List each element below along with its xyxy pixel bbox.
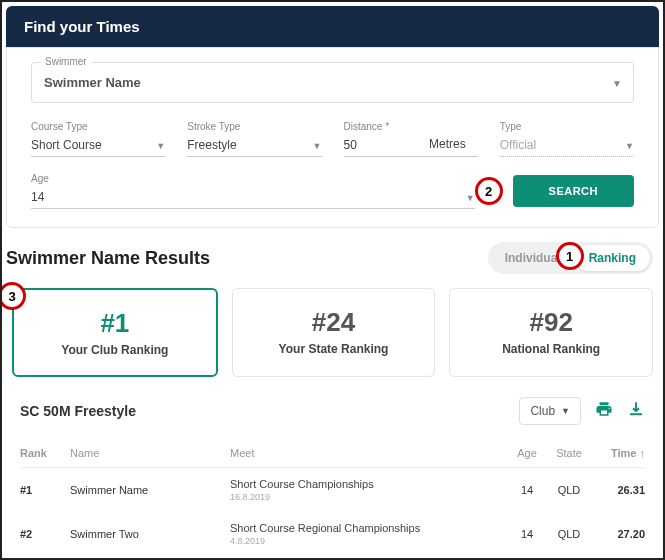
- scope-value: Club: [530, 404, 555, 418]
- cell-age: 14: [509, 528, 545, 540]
- swimmer-input[interactable]: Swimmer Name: [31, 62, 634, 103]
- national-rank-label: National Ranking: [458, 342, 644, 356]
- print-icon[interactable]: [595, 400, 613, 422]
- callout-1: 1: [556, 242, 584, 270]
- filter-row-1: Course Type Short Course ▼ Stroke Type F…: [31, 121, 634, 157]
- filter-row-2: Age 14 ▼ 2 SEARCH: [31, 173, 634, 209]
- cell-rank: #2: [20, 528, 70, 540]
- chevron-down-icon: ▼: [625, 141, 634, 151]
- col-meet[interactable]: Meet: [230, 447, 509, 459]
- state-rank-number: #24: [241, 307, 427, 338]
- stroke-type-value: Freestyle: [187, 134, 321, 157]
- chevron-down-icon: ▼: [466, 193, 475, 203]
- cell-time: 27.20: [593, 528, 645, 540]
- distance-label: Distance *: [344, 121, 478, 132]
- table-title: SC 50M Freestyle: [20, 403, 136, 419]
- type-select[interactable]: Type Official ▼: [500, 121, 634, 157]
- col-time[interactable]: Time ↑: [593, 447, 645, 459]
- col-age[interactable]: Age: [509, 447, 545, 459]
- table-actions: Club ▼: [519, 397, 645, 425]
- download-icon[interactable]: [627, 400, 645, 422]
- search-button[interactable]: SEARCH: [513, 175, 634, 207]
- course-type-select[interactable]: Course Type Short Course ▼: [31, 121, 165, 157]
- cell-name: Swimmer Name: [70, 484, 230, 496]
- table-section: SC 50M Freestyle Club ▼ Rank Name Meet A…: [2, 397, 663, 556]
- age-label: Age: [31, 173, 475, 184]
- header-title: Find your Times: [24, 18, 140, 35]
- cell-time: 26.31: [593, 484, 645, 496]
- cell-rank: #1: [20, 484, 70, 496]
- ranking-cards: 3 #1 Your Club Ranking #24 Your State Ra…: [2, 288, 663, 377]
- club-ranking-card[interactable]: #1 Your Club Ranking: [12, 288, 218, 377]
- club-rank-number: #1: [22, 308, 208, 339]
- page-header: Find your Times: [6, 6, 659, 47]
- col-name[interactable]: Name: [70, 447, 230, 459]
- age-value: 14: [31, 186, 475, 209]
- national-ranking-card[interactable]: #92 National Ranking: [449, 288, 653, 377]
- distance-input[interactable]: Distance * 50 Metres: [344, 121, 478, 157]
- meet-name: Short Course Regional Championships: [230, 522, 509, 534]
- view-toggle[interactable]: Individual 1 Ranking: [488, 242, 653, 274]
- table-header: SC 50M Freestyle Club ▼: [20, 397, 645, 425]
- search-side: 2 SEARCH: [475, 175, 634, 207]
- chevron-down-icon: ▼: [156, 141, 165, 151]
- results-header: Swimmer Name Results Individual 1 Rankin…: [2, 242, 663, 274]
- callout-2: 2: [475, 177, 503, 205]
- cell-meet: Short Course Regional Championships 4.8.…: [230, 522, 509, 546]
- type-value: Official: [500, 134, 634, 157]
- col-state[interactable]: State: [545, 447, 593, 459]
- search-card: Swimmer Swimmer Name ▼ Course Type Short…: [6, 47, 659, 228]
- cell-name: Swimmer Two: [70, 528, 230, 540]
- cell-age: 14: [509, 484, 545, 496]
- distance-unit: Metres: [429, 137, 466, 151]
- chevron-down-icon: ▼: [313, 141, 322, 151]
- state-ranking-card[interactable]: #24 Your State Ranking: [232, 288, 436, 377]
- results-title: Swimmer Name Results: [6, 248, 210, 269]
- stroke-type-label: Stroke Type: [187, 121, 321, 132]
- stroke-type-select[interactable]: Stroke Type Freestyle ▼: [187, 121, 321, 157]
- meet-name: Short Course Championships: [230, 478, 509, 490]
- age-select[interactable]: Age 14 ▼: [31, 173, 475, 209]
- scope-select[interactable]: Club ▼: [519, 397, 581, 425]
- course-type-label: Course Type: [31, 121, 165, 132]
- table-row: #1 Swimmer Name Short Course Championshi…: [20, 468, 645, 512]
- chevron-down-icon: ▼: [561, 406, 570, 416]
- cell-state: QLD: [545, 484, 593, 496]
- table-head-row: Rank Name Meet Age State Time ↑: [20, 439, 645, 468]
- type-label: Type: [500, 121, 634, 132]
- cell-state: QLD: [545, 528, 593, 540]
- meet-date: 16.8.2019: [230, 492, 509, 502]
- col-rank[interactable]: Rank: [20, 447, 70, 459]
- cell-meet: Short Course Championships 16.8.2019: [230, 478, 509, 502]
- results-table: Rank Name Meet Age State Time ↑ #1 Swimm…: [20, 439, 645, 556]
- meet-date: 4.8.2019: [230, 536, 509, 546]
- swimmer-field[interactable]: Swimmer Swimmer Name ▼: [31, 62, 634, 103]
- table-row: #2 Swimmer Two Short Course Regional Cha…: [20, 512, 645, 556]
- course-type-value: Short Course: [31, 134, 165, 157]
- toggle-ranking[interactable]: Ranking: [575, 245, 650, 271]
- chevron-down-icon: ▼: [612, 77, 622, 88]
- state-rank-label: Your State Ranking: [241, 342, 427, 356]
- swimmer-label: Swimmer: [41, 56, 91, 67]
- national-rank-number: #92: [458, 307, 644, 338]
- club-rank-label: Your Club Ranking: [22, 343, 208, 357]
